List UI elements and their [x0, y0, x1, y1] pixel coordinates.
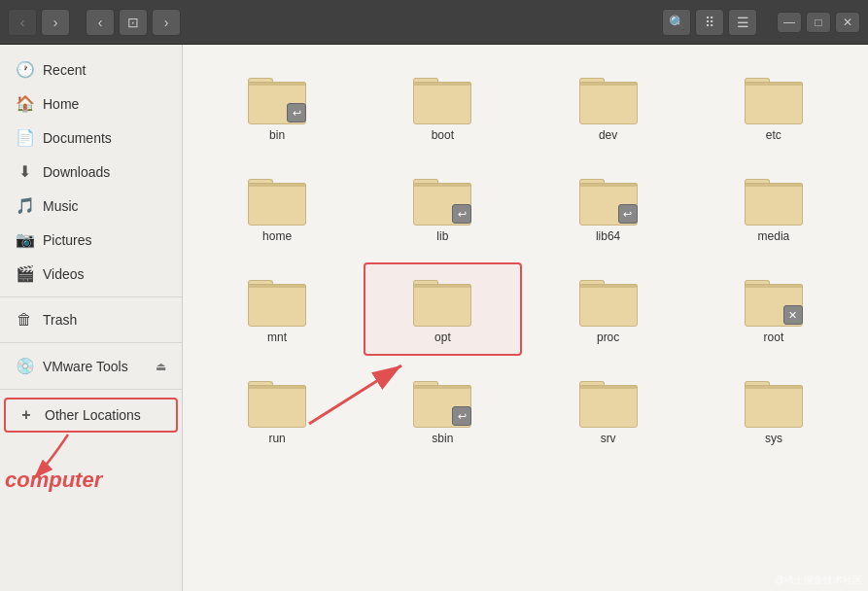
folder-icon-srv: [577, 375, 640, 428]
sidebar-item-recent[interactable]: 🕐 Recent: [4, 53, 178, 86]
symlink-overlay-sbin: ↩: [452, 406, 471, 426]
file-item-media[interactable]: media: [695, 161, 852, 255]
file-item-srv[interactable]: srv: [530, 364, 687, 457]
recent-icon: 🕐: [16, 60, 33, 79]
folder-icon-bin: ↩: [246, 72, 308, 124]
sidebar-label-downloads: Downloads: [43, 164, 110, 180]
file-item-home[interactable]: home: [198, 161, 356, 255]
folder-icon-etc: [743, 72, 805, 124]
folder-icon-media: [743, 173, 805, 226]
trash-icon: 🗑: [16, 311, 33, 329]
file-label-etc: etc: [766, 128, 781, 142]
file-label-run: run: [268, 432, 285, 445]
folder-icon-lib: ↩: [411, 173, 473, 226]
file-label-lib: lib: [436, 229, 448, 243]
search-icon: 🔍: [669, 15, 685, 30]
symlink-overlay-lib: ↩: [452, 204, 471, 224]
folder-icon-proc: [577, 274, 640, 327]
videos-icon: 🎬: [16, 264, 33, 283]
nav-back2-button[interactable]: ‹: [86, 9, 115, 36]
vmware-icon: 💿: [16, 357, 33, 375]
file-label-root: root: [764, 330, 784, 344]
file-item-opt[interactable]: opt: [364, 262, 521, 356]
file-label-home: home: [262, 229, 292, 243]
home-icon: 🏠: [16, 94, 33, 113]
sidebar-item-videos[interactable]: 🎬 Videos: [4, 258, 178, 290]
file-label-sbin: sbin: [432, 432, 453, 445]
menu-button[interactable]: ☰: [728, 9, 757, 36]
folder-icon-lib64: ↩: [577, 173, 640, 226]
list-view-button[interactable]: ⠿: [695, 9, 724, 36]
sidebar-item-pictures[interactable]: 📷 Pictures: [4, 224, 178, 256]
file-label-mnt: mnt: [267, 330, 287, 344]
folder-icon-opt: [411, 274, 473, 327]
other-locations-icon: +: [17, 406, 35, 424]
maximize-icon: □: [815, 16, 821, 29]
file-item-sys[interactable]: sys: [695, 364, 852, 457]
sidebar-item-downloads[interactable]: ⬇ Downloads: [4, 156, 178, 188]
file-label-media: media: [758, 229, 790, 243]
file-label-boot: boot: [432, 128, 454, 142]
sidebar-label-other-locations: Other Locations: [45, 407, 141, 423]
file-item-dev[interactable]: dev: [530, 60, 687, 154]
titlebar-actions: 🔍 ⠿ ☰ — □ ✕: [662, 9, 860, 36]
titlebar: ‹ › ‹ ⊡ › 🔍 ⠿ ☰ — □ ✕: [0, 0, 868, 45]
sidebar-item-home[interactable]: 🏠 Home: [4, 87, 178, 120]
sidebar-label-videos: Videos: [43, 266, 85, 282]
sidebar-label-trash: Trash: [43, 312, 77, 328]
file-label-lib64: lib64: [596, 229, 620, 243]
sidebar-label-recent: Recent: [43, 62, 86, 78]
folder-icon-run: [246, 375, 308, 428]
bookmark-button[interactable]: ⊡: [119, 9, 148, 36]
file-label-srv: srv: [601, 432, 616, 445]
sidebar-item-music[interactable]: 🎵 Music: [4, 190, 178, 222]
maximize-button[interactable]: □: [806, 12, 831, 33]
eject-icon[interactable]: ⏏: [156, 360, 166, 373]
file-item-etc[interactable]: etc: [695, 60, 852, 154]
list-view-icon: ⠿: [705, 15, 714, 30]
file-item-lib64[interactable]: ↩lib64: [530, 161, 687, 255]
file-item-boot[interactable]: boot: [364, 60, 521, 154]
sidebar-item-trash[interactable]: 🗑 Trash: [4, 304, 178, 335]
menu-icon: ☰: [737, 15, 749, 30]
sidebar-label-documents: Documents: [43, 130, 112, 146]
file-item-lib[interactable]: ↩lib: [364, 161, 521, 255]
documents-icon: 📄: [16, 128, 33, 147]
file-label-opt: opt: [434, 330, 451, 344]
nav-forward2-button[interactable]: ›: [152, 9, 181, 36]
file-item-mnt[interactable]: mnt: [198, 262, 356, 356]
search-button[interactable]: 🔍: [662, 9, 691, 36]
sidebar-label-music: Music: [43, 198, 79, 214]
symlink-overlay-lib64: ↩: [618, 204, 638, 224]
downloads-icon: ⬇: [16, 162, 33, 181]
sidebar-label-vmware: VMware Tools: [43, 359, 128, 374]
nav-back-button[interactable]: ‹: [8, 9, 37, 36]
minimize-icon: —: [783, 16, 795, 29]
sidebar-item-documents[interactable]: 📄 Documents: [4, 122, 178, 154]
watermark: @稀土掘金技术社区: [775, 574, 862, 587]
computer-annotation-label: computer: [5, 468, 102, 493]
file-item-run[interactable]: run: [198, 364, 356, 457]
close-icon: ✕: [843, 16, 852, 29]
music-icon: 🎵: [16, 196, 33, 215]
file-item-bin[interactable]: ↩bin: [198, 60, 356, 154]
folder-icon-root: ✕: [743, 274, 805, 327]
folder-icon-dev: [577, 72, 640, 124]
main-area: 🕐 Recent 🏠 Home 📄 Documents ⬇ Downloads …: [0, 45, 868, 591]
file-grid: ↩binbootdevetchome↩lib↩lib64mediamntoptp…: [198, 60, 852, 457]
bookmark-icon: ⊡: [127, 15, 139, 30]
pictures-icon: 📷: [16, 230, 33, 249]
file-label-dev: dev: [599, 128, 617, 142]
sidebar-item-vmware[interactable]: 💿 VMware Tools ⏏: [4, 350, 178, 382]
nav-forward-button[interactable]: ›: [41, 9, 70, 36]
file-item-sbin[interactable]: ↩sbin: [364, 364, 521, 457]
minimize-button[interactable]: —: [777, 12, 802, 33]
close-button[interactable]: ✕: [835, 12, 860, 33]
folder-icon-sbin: ↩: [411, 375, 473, 428]
file-item-root[interactable]: ✕root: [695, 262, 852, 356]
file-item-proc[interactable]: proc: [530, 262, 687, 356]
sidebar-label-home: Home: [43, 96, 79, 112]
folder-icon-sys: [743, 375, 805, 428]
file-label-bin: bin: [269, 128, 285, 142]
sidebar: 🕐 Recent 🏠 Home 📄 Documents ⬇ Downloads …: [0, 45, 183, 591]
